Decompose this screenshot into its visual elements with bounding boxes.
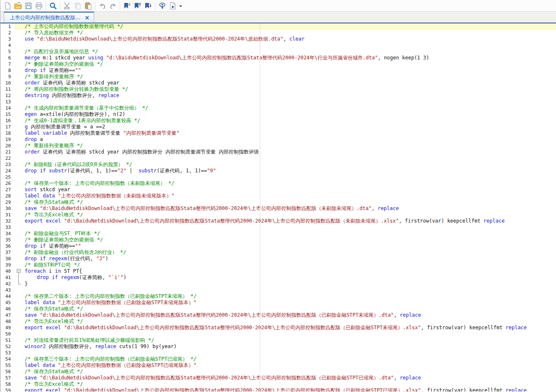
save-icon[interactable] bbox=[23, 1, 33, 11]
code-line[interactable]: 25 bbox=[0, 174, 556, 180]
code-line[interactable]: 38drop if regexm(行业代码, "J") bbox=[0, 256, 556, 262]
code-line[interactable]: 11/* 将内部控制指数评分转换为数值型变量 */ bbox=[0, 86, 556, 92]
line-number[interactable]: 16 bbox=[0, 118, 15, 124]
line-number[interactable]: 50 bbox=[0, 331, 15, 337]
line-number[interactable]: 51 bbox=[0, 337, 15, 343]
line-number[interactable]: 46 bbox=[0, 306, 15, 312]
line-number[interactable]: 54 bbox=[0, 356, 15, 362]
line-number[interactable]: 12 bbox=[0, 92, 15, 99]
line-number[interactable]: 9 bbox=[0, 74, 15, 80]
line-number[interactable]: 19 bbox=[0, 136, 15, 143]
preview-icon[interactable] bbox=[157, 1, 167, 11]
line-number[interactable]: 53 bbox=[0, 350, 15, 356]
code-line[interactable]: 33 bbox=[0, 224, 556, 231]
code-line[interactable]: 5/* 匹配行业及所属地区信息 */ bbox=[0, 49, 556, 55]
code-line[interactable]: 30save "d:\BaiduNetdiskDownload\上市公司内部控制… bbox=[0, 205, 556, 212]
code-line[interactable]: 43 bbox=[0, 287, 556, 293]
line-number[interactable]: 40 bbox=[0, 268, 15, 274]
line-number[interactable]: 30 bbox=[0, 205, 15, 212]
code-line[interactable]: 41 drop if regexm(证券简称, "`i'") bbox=[0, 274, 556, 281]
code-line[interactable]: 3use "d:\BaiduNetdiskDownload\上市公司内部控制指数… bbox=[0, 36, 556, 42]
line-number[interactable]: 39 bbox=[0, 262, 15, 268]
line-number[interactable]: 58 bbox=[0, 381, 15, 387]
line-number[interactable]: 42 bbox=[0, 281, 15, 287]
line-number[interactable]: 4 bbox=[0, 42, 15, 49]
code-line[interactable]: 4 bbox=[0, 42, 556, 49]
code-line[interactable]: 15egen a=xtile(内部控制指数评分), n(2) bbox=[0, 111, 556, 118]
open-icon[interactable] bbox=[13, 1, 23, 11]
line-number[interactable]: 22 bbox=[0, 155, 15, 161]
line-number[interactable]: 33 bbox=[0, 224, 15, 231]
code-editor[interactable]: 1/* 上市公司内部控制指数数据整理代码 */2/* 导入原始数据文件 */3u… bbox=[0, 23, 556, 392]
line-number[interactable]: 38 bbox=[0, 256, 15, 262]
cut-icon[interactable] bbox=[62, 1, 72, 11]
code-line[interactable]: 51/* 对连续变量进行前后1%缩尾处理以减少极端值影响 */ bbox=[0, 337, 556, 343]
code-line[interactable]: 55label data "上市公司内部控制指数数据（已剔除金融STPT已缩尾版… bbox=[0, 362, 556, 369]
code-line[interactable]: 9/* 重新排列变量顺序 */ bbox=[0, 74, 556, 80]
code-line[interactable]: 20/* 重新排列变量顺序 */ bbox=[0, 143, 556, 149]
line-number[interactable]: 47 bbox=[0, 312, 15, 318]
code-line[interactable]: 57save "d:\BaiduNetdiskDownload\上市公司内部控制… bbox=[0, 375, 556, 381]
code-line[interactable]: 1/* 上市公司内部控制指数数据整理代码 */ bbox=[0, 23, 556, 30]
print-icon[interactable] bbox=[33, 1, 44, 11]
line-number[interactable]: 59 bbox=[0, 387, 15, 392]
line-number[interactable]: 25 bbox=[0, 174, 15, 180]
undo-icon[interactable] bbox=[97, 1, 108, 11]
line-number[interactable]: 2 bbox=[0, 30, 15, 36]
line-number[interactable]: 29 bbox=[0, 199, 15, 205]
code-line[interactable]: 22 bbox=[0, 155, 556, 161]
code-line[interactable]: 46/* 保存为Stata格式 */ bbox=[0, 306, 556, 312]
line-number[interactable]: 52 bbox=[0, 343, 15, 350]
line-number[interactable]: 56 bbox=[0, 369, 15, 375]
code-line[interactable]: 42} bbox=[0, 281, 556, 287]
code-line[interactable]: 52winsor2 内部控制指数评分, replace cuts(1 99) b… bbox=[0, 343, 556, 350]
code-line[interactable]: 21order 证券代码 证券简称 stkcd year 内部控制指数评分 内部… bbox=[0, 149, 556, 155]
paste-icon[interactable] bbox=[83, 1, 93, 11]
code-line[interactable]: 16/* 生成0-1虚拟变量，1表示内部控制质量较高 */ bbox=[0, 118, 556, 124]
code-line[interactable]: 28label data "上市公司内部控制指数数据（未剔除未缩尾版本）" bbox=[0, 193, 556, 199]
line-number[interactable]: 45 bbox=[0, 300, 15, 306]
line-number[interactable]: 27 bbox=[0, 187, 15, 193]
line-number[interactable]: 14 bbox=[0, 105, 15, 111]
line-number[interactable]: 31 bbox=[0, 212, 15, 218]
line-number[interactable]: 43 bbox=[0, 287, 15, 293]
line-number[interactable]: 7 bbox=[0, 61, 15, 67]
line-number[interactable]: 32 bbox=[0, 218, 15, 224]
fold-collapse-icon[interactable]: − bbox=[17, 269, 20, 273]
line-number[interactable]: 48 bbox=[0, 318, 15, 325]
code-line[interactable]: 59export excel "d:\BaiduNetdiskDownload\… bbox=[0, 387, 556, 392]
code-line[interactable]: 58/* 导出为Excel格式 */ bbox=[0, 381, 556, 387]
new-file-icon[interactable] bbox=[2, 1, 13, 11]
line-number[interactable]: 18 bbox=[0, 130, 15, 136]
code-line[interactable]: 17g 内部控制质量调节变量 = a ==2 bbox=[0, 124, 556, 130]
line-number[interactable]: 49 bbox=[0, 325, 15, 331]
line-number[interactable]: 1 bbox=[0, 23, 15, 30]
line-number[interactable]: 11 bbox=[0, 86, 15, 92]
line-number[interactable]: 6 bbox=[0, 55, 15, 61]
code-line[interactable]: 35/* 删除证券简称为空的观测值 */ bbox=[0, 237, 556, 243]
code-line[interactable]: 7/* 删除证券简称为空的观测值 */ bbox=[0, 61, 556, 67]
line-number[interactable]: 15 bbox=[0, 111, 15, 118]
tab-dofile[interactable]: 上市公司内部控制指数匹配版... × bbox=[4, 12, 94, 23]
code-line[interactable]: 53 bbox=[0, 350, 556, 356]
code-line[interactable]: 29/* 保存为Stata格式 */ bbox=[0, 199, 556, 205]
line-number[interactable]: 28 bbox=[0, 193, 15, 199]
line-number[interactable]: 26 bbox=[0, 180, 15, 187]
code-line[interactable]: 24drop if substr(证券代码, 1, 1)=="2" | subs… bbox=[0, 168, 556, 174]
code-line[interactable]: 56/* 保存为Stata格式 */ bbox=[0, 369, 556, 375]
line-number[interactable]: 8 bbox=[0, 67, 15, 74]
bookmark-previous-icon[interactable] bbox=[132, 1, 143, 11]
code-line[interactable]: 34/* 剔除金融业与ST、PT样本 */ bbox=[0, 231, 556, 237]
tab-close-icon[interactable]: × bbox=[85, 15, 90, 20]
line-number[interactable]: 17 bbox=[0, 124, 15, 130]
line-number[interactable]: 34 bbox=[0, 231, 15, 237]
line-number[interactable]: 20 bbox=[0, 143, 15, 149]
find-icon[interactable] bbox=[48, 1, 58, 11]
code-line[interactable]: 18label variable 内部控制质量调节变量 "内部控制质量调节变量" bbox=[0, 130, 556, 136]
code-line[interactable]: 31/* 导出为Excel格式 */ bbox=[0, 212, 556, 218]
code-line[interactable]: 2/* 导入原始数据文件 */ bbox=[0, 30, 556, 36]
line-number[interactable]: 36 bbox=[0, 243, 15, 249]
execute-do-icon[interactable] bbox=[167, 1, 178, 11]
code-line[interactable]: 49export excel "d:\BaiduNetdiskDownload\… bbox=[0, 325, 556, 331]
execute-dropdown-icon[interactable] bbox=[178, 1, 183, 11]
